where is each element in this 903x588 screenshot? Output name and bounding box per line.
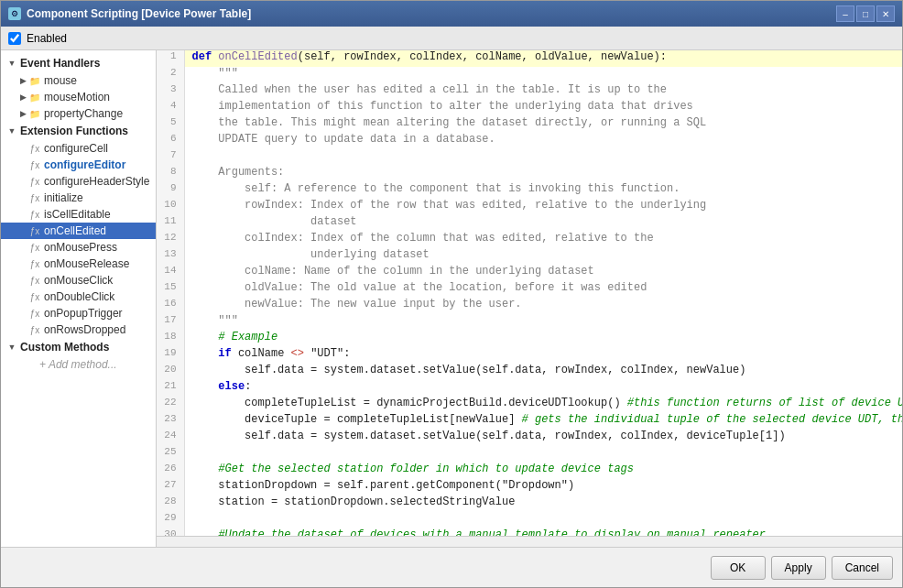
code-line: Called when the user has edited a cell i…	[184, 83, 902, 100]
enabled-bar: Enabled	[1, 27, 902, 50]
line-number: 11	[157, 215, 184, 232]
code-line	[184, 446, 902, 463]
code-line: """	[184, 314, 902, 331]
code-line: if colName <> "UDT":	[184, 347, 902, 364]
line-number: 18	[157, 331, 184, 347]
onmouseclick-label: onMouseClick	[44, 274, 113, 287]
code-line: completeTupleList = dynamicProjectBuild.…	[184, 397, 902, 413]
ok-button[interactable]: OK	[711, 556, 766, 580]
title-bar-controls: – □ ✕	[836, 5, 895, 22]
line-number: 23	[157, 413, 184, 430]
fx-icon12: ƒx	[28, 323, 41, 336]
editor-panel: 1def onCellEdited(self, rowIndex, colInd…	[157, 50, 902, 547]
table-row: 16 newValue: The new value input by the …	[157, 298, 902, 314]
section-extension-functions[interactable]: ▼ Extension Functions	[1, 122, 156, 140]
table-row: 2 """	[157, 67, 902, 83]
enabled-label: Enabled	[27, 32, 67, 45]
table-row: 8 Arguments:	[157, 166, 902, 182]
sidebar-item-configureeditor[interactable]: ƒx configureEditor	[1, 157, 156, 173]
table-row: 22 completeTupleList = dynamicProjectBui…	[157, 397, 902, 413]
line-number: 6	[157, 133, 184, 149]
sidebar-item-onmouseclick[interactable]: ƒx onMouseClick	[1, 272, 156, 289]
sidebar-item-configurecell[interactable]: ƒx configureCell	[1, 140, 156, 157]
line-number: 7	[157, 149, 184, 166]
custom-expand-icon: ▼	[6, 342, 17, 353]
table-row: 20 self.data = system.dataset.setValue(s…	[157, 364, 902, 380]
folder-icon3: 📁	[28, 107, 41, 120]
folder-icon: 📁	[28, 74, 41, 87]
sidebar-item-initialize[interactable]: ƒx initialize	[1, 190, 156, 206]
line-number: 15	[157, 281, 184, 298]
oncelledited-label: onCellEdited	[44, 224, 106, 237]
code-line: self.data = system.dataset.setValue(self…	[184, 430, 902, 446]
ext-expand-icon: ▼	[6, 125, 17, 136]
table-row: 9 self: A reference to the component tha…	[157, 182, 902, 199]
sidebar-item-onrowsdropped[interactable]: ƒx onRowsDropped	[1, 321, 156, 338]
code-line: else:	[184, 380, 902, 397]
minimize-button[interactable]: –	[836, 5, 854, 22]
sidebar-item-mousemotion[interactable]: ▶ 📁 mouseMotion	[1, 89, 156, 105]
onmouserelease-label: onMouseRelease	[44, 257, 129, 270]
add-method-item[interactable]: + Add method...	[1, 356, 156, 373]
sidebar-item-configureheaderstyle[interactable]: ƒx configureHeaderStyle	[1, 173, 156, 190]
enabled-checkbox[interactable]	[8, 32, 21, 45]
table-row: 12 colIndex: Index of the column that wa…	[157, 232, 902, 248]
onpopuptrigger-label: onPopupTrigger	[44, 307, 123, 320]
sidebar-item-onpopuptrigger[interactable]: ƒx onPopupTrigger	[1, 305, 156, 321]
line-number: 28	[157, 495, 184, 512]
mouse-expand-icon: ▶	[17, 75, 28, 86]
code-line: underlying dataset	[184, 248, 902, 265]
section-custom-methods[interactable]: ▼ Custom Methods	[1, 338, 156, 356]
line-number: 26	[157, 463, 184, 479]
window-title: Component Scripting [Device Power Table]	[27, 7, 251, 20]
line-number: 20	[157, 364, 184, 380]
horizontal-scrollbar[interactable]	[157, 536, 902, 547]
code-editor[interactable]: 1def onCellEdited(self, rowIndex, colInd…	[157, 50, 902, 536]
fx-icon5: ƒx	[28, 208, 41, 221]
sidebar-item-ondoubleclick[interactable]: ƒx onDoubleClick	[1, 289, 156, 305]
apply-button[interactable]: Apply	[771, 556, 826, 580]
line-number: 2	[157, 67, 184, 83]
sidebar: ▼ Event Handlers ▶ 📁 mouse ▶ 📁 mouseMoti…	[1, 50, 157, 547]
line-number: 9	[157, 182, 184, 199]
mousemotion-label: mouseMotion	[44, 91, 110, 103]
table-row: 24 self.data = system.dataset.setValue(s…	[157, 430, 902, 446]
ondoubleclick-label: onDoubleClick	[44, 290, 114, 303]
line-number: 25	[157, 446, 184, 463]
close-button[interactable]: ✕	[876, 5, 895, 22]
table-row: 19 if colName <> "UDT":	[157, 347, 902, 364]
code-line: newValue: The new value input by the use…	[184, 298, 902, 314]
add-method-label: + Add method...	[39, 358, 117, 371]
line-number: 14	[157, 265, 184, 281]
line-number: 21	[157, 380, 184, 397]
fx-icon: ƒx	[28, 142, 41, 155]
sidebar-item-onmousepress[interactable]: ƒx onMousePress	[1, 239, 156, 256]
section-event-handlers[interactable]: ▼ Event Handlers	[1, 54, 156, 72]
sidebar-item-mouse[interactable]: ▶ 📁 mouse	[1, 72, 156, 89]
fx-icon3: ƒx	[28, 175, 41, 188]
table-row: 25	[157, 446, 902, 463]
sidebar-item-oncelledited[interactable]: ƒx onCellEdited	[1, 223, 156, 239]
line-number: 5	[157, 116, 184, 133]
code-line: rowIndex: Index of the row that was edit…	[184, 199, 902, 215]
code-line: implementation of this function to alter…	[184, 100, 902, 116]
line-number: 1	[157, 50, 184, 67]
cancel-button[interactable]: Cancel	[832, 556, 893, 580]
sidebar-item-iscelleditable[interactable]: ƒx isCellEditable	[1, 206, 156, 223]
sidebar-item-onmouserelease[interactable]: ƒx onMouseRelease	[1, 256, 156, 272]
fx-icon10: ƒx	[28, 290, 41, 303]
table-row: 5 the table. This might mean altering th…	[157, 116, 902, 133]
table-row: 26 #Get the selected station folder in w…	[157, 463, 902, 479]
line-number: 10	[157, 199, 184, 215]
table-row: 15 oldValue: The old value at the locati…	[157, 281, 902, 298]
maximize-button[interactable]: □	[856, 5, 875, 22]
script-icon: ⚙	[8, 7, 21, 20]
fx-icon9: ƒx	[28, 274, 41, 287]
iscelleditable-label: isCellEditable	[44, 208, 111, 221]
fx-icon6: ƒx	[28, 224, 41, 237]
sidebar-item-propertychange[interactable]: ▶ 📁 propertyChange	[1, 105, 156, 122]
line-number: 12	[157, 232, 184, 248]
table-row: 28 station = stationDropdown.selectedStr…	[157, 495, 902, 512]
section-extension-functions-label: Extension Functions	[20, 125, 128, 137]
line-number: 13	[157, 248, 184, 265]
